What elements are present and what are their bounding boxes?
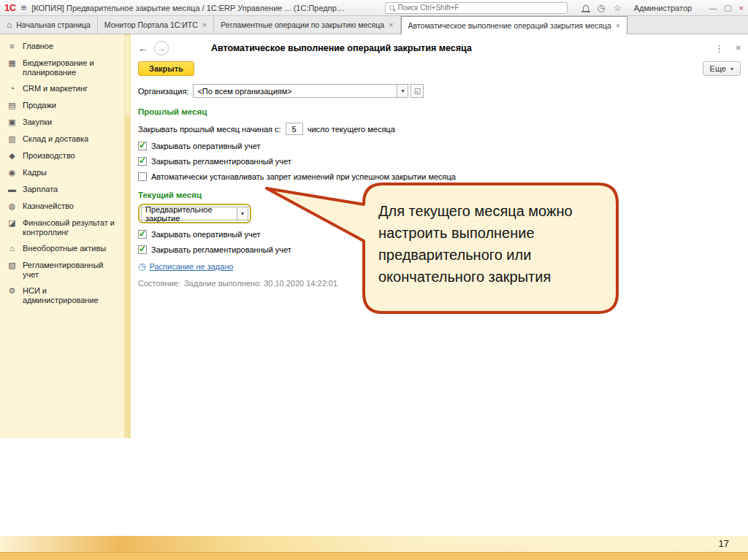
organization-select[interactable]: <По всем организациям> [193,84,397,98]
sidebar-item-warehouse[interactable]: ▥ Склад и доставка [0,131,131,147]
sidebar-item-label: Внеоборотные активы [23,244,106,253]
tab-month-closing-operations[interactable]: Регламентные операции по закрытию месяца… [214,16,400,34]
sidebar-item-label: Склад и доставка [23,134,88,144]
sidebar-item-label: Бюджетирование и планирование [23,58,121,77]
past-month-lock-checkbox-row: ✓ Автоматически устанавливать запрет изм… [138,172,741,181]
sidebar-item-purchases[interactable]: ▣ Закупки [0,114,131,131]
home-icon: ⌂ [7,20,12,30]
window-titlebar: 1С ≡ [КОПИЯ] Предварительное закрытие ме… [0,0,748,16]
start-day-input[interactable]: 5 [286,123,303,135]
sidebar-item-financial-result[interactable]: ◪ Финансовый результат и контроллинг [0,215,131,240]
checkbox-regulated-accounting[interactable]: ✓ [138,157,147,166]
callout-text: Для текущего месяца можно настроить выпо… [378,200,611,288]
financial-result-icon: ◪ [7,218,18,228]
sidebar-item-main[interactable]: ≡ Главное [0,38,131,55]
status-label: Состояние: [138,279,180,288]
history-icon[interactable]: ◷ [598,4,605,12]
sidebar-item-budgeting[interactable]: ▦ Бюджетирование и планирование [0,55,131,80]
footer-bottom-bar [0,552,748,560]
tab-label: Монитор Портала 1С:ИТС [104,20,198,29]
sidebar-item-sales[interactable]: ▤ Продажи [0,97,131,114]
checkbox-operational-accounting[interactable]: ✓ [138,142,147,150]
tab-home[interactable]: ⌂ Начальная страница [0,16,98,34]
tab-close-icon[interactable]: × [202,20,207,29]
closing-mode-dropdown-arrow[interactable]: ▼ [237,207,248,220]
forward-button[interactable]: → [154,41,169,55]
tab-label: Начальная страница [16,20,91,29]
chevron-down-icon: ▾ [730,66,733,72]
sidebar-item-label: Продажи [23,101,56,110]
sidebar-item-regulated-accounting[interactable]: ▧ Регламентированный учет [0,257,131,283]
1c-logo: 1С [4,2,16,13]
form-window-actions: ⋮ × [714,43,741,54]
checkbox-operational-accounting[interactable]: ✓ [138,230,147,239]
sidebar-item-fixed-assets[interactable]: ⌂ Внеоборотные активы [0,240,131,257]
crm-icon: ◔ [7,84,18,93]
sidebar-item-administration[interactable]: ⚙ НСИ и администрирование [0,283,131,308]
bell-icon[interactable] [583,5,589,11]
closing-mode-select[interactable]: Предварительное закрытие [141,207,237,220]
production-icon: ◆ [7,151,18,161]
schedule-link[interactable]: Расписание не задано [149,262,233,271]
organization-dropdown-arrow[interactable]: ▼ [397,84,408,98]
window-close-button[interactable]: × [739,4,744,12]
checkbox-label: Закрывать оперативный учет [151,230,260,239]
1c-application-window: 1С ≡ [КОПИЯ] Предварительное закрытие ме… [0,0,748,438]
sidebar-item-payroll[interactable]: ▬ Зарплата [0,181,131,198]
maximize-button[interactable]: ▢ [724,3,731,12]
tab-auto-month-closing[interactable]: Автоматическое выполнение операций закры… [401,16,628,34]
organization-choose-icon[interactable]: ◱ [411,84,424,98]
kebab-menu-icon[interactable]: ⋮ [714,43,724,54]
checkbox-label: Автоматически устанавливать запрет измен… [151,172,456,181]
window-title: [КОПИЯ] Предварительное закрытие месяца … [31,4,346,12]
sidebar-item-crm[interactable]: ◔ CRM и маркетинг [0,80,131,97]
past-month-operational-checkbox-row: ✓ Закрывать оперативный учет [138,142,741,150]
titlebar-icons: ◷ ☆ [583,4,622,12]
more-button-label: Еще [710,64,726,73]
start-day-suffix: число текущего месяца [308,125,395,134]
sidebar-scrollbar[interactable] [124,34,131,438]
checkbox-label: Закрывать регламентированный учет [151,245,291,254]
form-close-icon[interactable]: × [736,43,741,53]
scrollbar-thumb[interactable] [125,36,130,116]
sidebar-item-treasury[interactable]: ◍ Казначейство [0,198,131,215]
more-button[interactable]: Еще ▾ [703,61,741,76]
search-input[interactable] [398,4,563,12]
close-button[interactable]: Закрыть [138,61,194,76]
tab-close-icon[interactable]: × [389,20,393,29]
footer-gradient-bar [0,536,748,552]
sidebar-item-label: Регламентированный учет [23,261,121,279]
sidebar-item-hr[interactable]: ◉ Кадры [0,164,131,181]
user-name[interactable]: Администратор [634,4,692,12]
sidebar-item-label: Закупки [23,118,52,127]
tab-close-icon[interactable]: × [616,21,620,30]
main-menu-icon: ≡ [7,42,18,51]
minimize-button[interactable]: — [709,4,717,12]
administration-gear-icon: ⚙ [7,286,18,296]
favorites-star-icon[interactable]: ☆ [614,4,622,12]
search-icon [389,5,394,10]
organization-label: Организация: [138,87,188,96]
sidebar-item-label: НСИ и администрирование [23,286,121,304]
checkbox-label: Закрывать оперативный учет [151,142,260,150]
tab-bar: ⌂ Начальная страница Монитор Портала 1С:… [0,16,748,34]
checkbox-regulated-accounting[interactable]: ✓ [138,245,147,254]
checkbox-auto-lock-changes[interactable]: ✓ [138,172,147,181]
main-menu-icon[interactable]: ≡ [21,2,27,13]
current-month-header: Текущий месяц [138,191,741,199]
window-controls: — ▢ × [709,3,744,12]
sidebar-item-label: Производство [23,151,75,161]
tab-label: Автоматическое выполнение операций закры… [408,21,611,30]
page-number: 17 [719,538,729,549]
form-nav-row: ← → Автоматическое выполнение операций з… [138,34,741,55]
checkmark-icon: ✓ [139,229,146,239]
sidebar-item-production[interactable]: ◆ Производство [0,147,131,164]
sales-icon: ▤ [7,101,18,110]
global-search[interactable] [385,2,568,14]
tab-its-monitor[interactable]: Монитор Портала 1С:ИТС × [98,16,214,34]
start-day-label: Закрывать прошлый месяц начиная с: [138,125,281,134]
past-month-regulated-checkbox-row: ✓ Закрывать регламентированный учет [138,157,741,166]
regulated-accounting-icon: ▧ [7,261,18,270]
schedule-clock-icon: ◷ [138,261,145,272]
back-button[interactable]: ← [138,42,148,54]
